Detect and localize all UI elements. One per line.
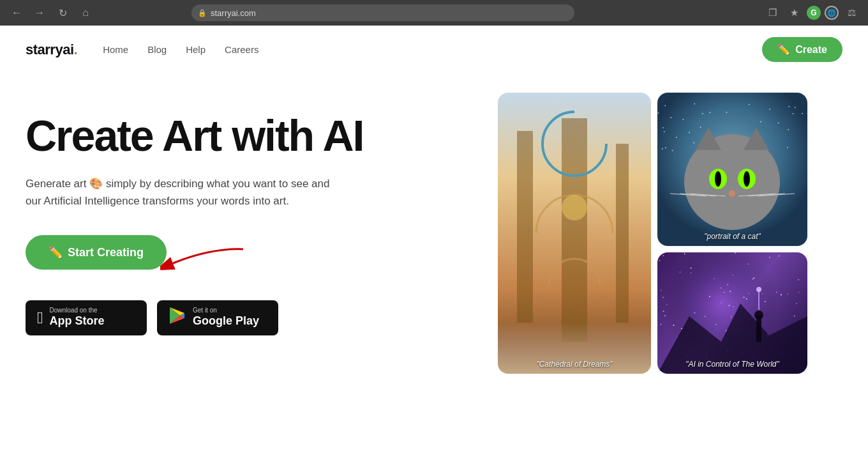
store-buttons:  Download on the App Store bbox=[26, 300, 472, 335]
home-button[interactable]: ⌂ bbox=[77, 4, 94, 22]
start-creating-button[interactable]: ✏️ Start Creating bbox=[26, 235, 167, 270]
art-card-cat: "portrait of a cat" bbox=[657, 93, 807, 246]
art-label-ai-world: "AI in Control of The World" bbox=[657, 360, 807, 369]
google-play-text: Get it on Google Play bbox=[193, 307, 259, 328]
create-button[interactable]: ✏️ Create bbox=[762, 37, 842, 62]
google-play-icon bbox=[168, 307, 186, 329]
app-store-text: Download on the App Store bbox=[50, 307, 105, 328]
forward-button[interactable]: → bbox=[31, 4, 49, 22]
nav-careers[interactable]: Careers bbox=[225, 44, 258, 55]
nav-links: Home Blog Help Careers bbox=[103, 44, 258, 56]
translate-icon[interactable]: 🌐 bbox=[825, 6, 839, 20]
google-account-icon[interactable]: G bbox=[807, 6, 821, 20]
nav-help[interactable]: Help bbox=[186, 44, 206, 55]
hero-left: Create Art with AI Generate art 🎨 simply… bbox=[26, 86, 472, 335]
art-card-cathedral: "Cathedral of Dreams" bbox=[498, 93, 651, 374]
reload-button[interactable]: ↻ bbox=[54, 4, 71, 22]
url-text: starryai.com bbox=[211, 8, 256, 18]
start-creating-icon: ✏️ bbox=[49, 245, 63, 259]
nav-blog[interactable]: Blog bbox=[147, 44, 167, 55]
share-button[interactable]: ❐ bbox=[763, 4, 781, 22]
art-label-cathedral: "Cathedral of Dreams" bbox=[498, 360, 651, 369]
browser-actions: ❐ ★ G 🌐 ⚖ bbox=[763, 4, 860, 22]
hero-title: Create Art with AI bbox=[26, 112, 472, 160]
red-arrow bbox=[160, 243, 250, 277]
art-grid: "Cathedral of Dreams" "portrait of a cat… bbox=[498, 86, 807, 374]
page: starryai. Home Blog Help Careers ✏️ Crea… bbox=[0, 26, 868, 453]
art-label-cat: "portrait of a cat" bbox=[657, 232, 807, 241]
address-bar[interactable]: 🔒 starryai.com bbox=[191, 4, 574, 21]
back-button[interactable]: ← bbox=[8, 4, 26, 22]
apple-icon:  bbox=[37, 308, 43, 328]
create-icon: ✏️ bbox=[777, 43, 790, 56]
nav-home[interactable]: Home bbox=[103, 44, 128, 55]
browser-chrome: ← → ↻ ⌂ 🔒 starryai.com ❐ ★ G 🌐 ⚖ bbox=[0, 0, 868, 26]
lock-icon: 🔒 bbox=[198, 9, 207, 17]
hero-section: Create Art with AI Generate art 🎨 simply… bbox=[0, 73, 868, 452]
navbar-right: ✏️ Create bbox=[762, 37, 842, 62]
art-card-ai-world: "AI in Control of The World" bbox=[657, 252, 807, 374]
hero-subtitle: Generate art 🎨 simply by describing what… bbox=[26, 175, 345, 210]
extensions-button[interactable]: ⚖ bbox=[842, 4, 860, 22]
app-store-button[interactable]:  Download on the App Store bbox=[26, 300, 147, 335]
bookmark-button[interactable]: ★ bbox=[785, 4, 803, 22]
cta-row: ✏️ Start Creating bbox=[26, 235, 472, 285]
logo[interactable]: starryai. bbox=[26, 42, 77, 58]
google-play-button[interactable]: Get it on Google Play bbox=[157, 300, 278, 335]
navbar: starryai. Home Blog Help Careers ✏️ Crea… bbox=[0, 26, 868, 73]
logo-dot: . bbox=[74, 42, 78, 58]
